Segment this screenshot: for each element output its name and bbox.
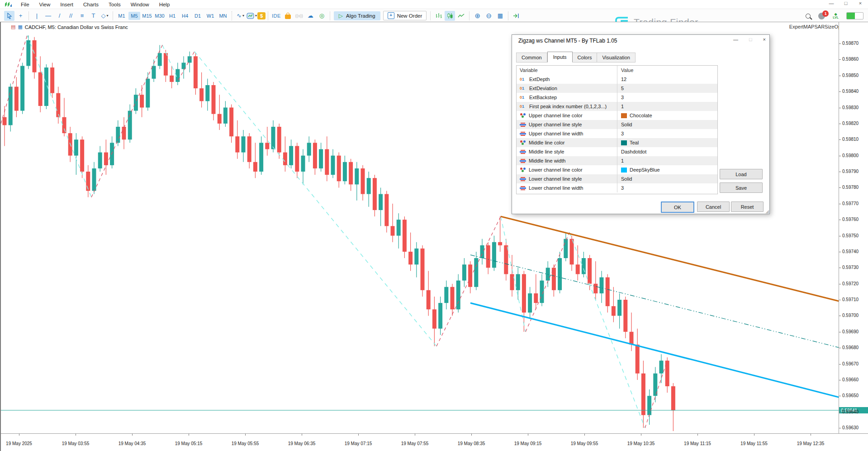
chart-shift-icon[interactable] (511, 11, 522, 21)
param-row[interactable]: Lower channel line width3 (517, 183, 717, 192)
param-row[interactable]: 01ExtDepth12 (517, 75, 717, 84)
vertical-line-tool-icon[interactable]: | (32, 11, 42, 21)
menu-item-file[interactable]: File (16, 1, 34, 8)
param-row[interactable]: Lower channel line styleSolid (517, 174, 717, 183)
tab-colors[interactable]: Colors (573, 53, 598, 62)
param-row[interactable]: Lower channel line colorDeepSkyBlue (517, 165, 717, 174)
crosshair-tool-icon[interactable]: + (15, 11, 26, 21)
price-tick (839, 284, 841, 284)
broadcast-icon[interactable]: ((o)) (294, 11, 304, 21)
time-label: 19 May 07:15 (345, 441, 372, 446)
time-tick (189, 434, 189, 436)
zoom-out-icon[interactable]: ⊖ (484, 11, 494, 21)
price-axis[interactable]: 0.59641 0.598700.598600.598500.598400.59… (839, 22, 868, 434)
search-icon[interactable] (806, 14, 811, 19)
dialog-titlebar[interactable]: Zigzag ws Channel MT5 - By TFLab 1.05 — … (512, 35, 769, 47)
time-tick (132, 434, 133, 436)
tile-windows-icon[interactable]: ▦ (495, 11, 505, 21)
price-label: 0.59630 (842, 425, 859, 430)
timeframe-m30[interactable]: M30 (154, 12, 166, 20)
community-icon[interactable]: ◎ (317, 11, 327, 21)
market-watch-dollar-icon[interactable]: $ (257, 12, 266, 19)
timeframe-m1[interactable]: M1 (116, 12, 128, 20)
price-label: 0.59760 (842, 217, 859, 222)
timeframe-h1[interactable]: H1 (166, 12, 178, 20)
line-chart-type-icon[interactable] (456, 11, 466, 21)
menu-item-insert[interactable]: Insert (55, 1, 78, 8)
dialog-close-icon[interactable]: × (763, 37, 766, 42)
timeframe-mn[interactable]: MN (217, 12, 229, 20)
cancel-button[interactable]: Cancel (697, 202, 730, 212)
candlestick-type-icon[interactable] (445, 11, 455, 21)
ide-button[interactable]: IDE (270, 13, 282, 19)
time-tick (641, 434, 641, 436)
ok-button[interactable]: OK (661, 202, 694, 213)
toolbar-separator (232, 11, 232, 20)
timeframe-m15[interactable]: M15 (141, 12, 153, 20)
lvl-icon[interactable]: ◆ LVL (833, 13, 839, 19)
param-row[interactable]: Upper channel line colorChocolate (517, 111, 717, 120)
channel-tool-icon[interactable]: // (66, 11, 76, 21)
timeframe-w1[interactable]: W1 (204, 12, 216, 20)
one-click-trading-icon[interactable]: ▦ (18, 24, 22, 30)
menu-item-help[interactable]: Help (154, 1, 175, 8)
dialog-minimize-icon[interactable]: — (733, 37, 738, 42)
fibonacci-tool-icon[interactable]: ≡ (77, 11, 87, 21)
algo-trading-button[interactable]: ▷ Algo Trading (334, 11, 380, 20)
timeframe-d1[interactable]: D1 (192, 12, 204, 20)
time-label: 19 May 04:35 (119, 441, 146, 446)
time-label: 19 May 07:55 (401, 441, 429, 446)
reset-button[interactable]: Reset (731, 202, 764, 212)
tab-visualization[interactable]: Visualization (597, 53, 636, 62)
color-swatch (621, 113, 627, 118)
shapes-tool-icon[interactable]: ◇▾ (100, 11, 110, 21)
cursor-tool-icon[interactable] (4, 11, 14, 21)
dialog-resize-grip[interactable]: ◢ (765, 209, 769, 214)
tab-common[interactable]: Common (516, 53, 547, 62)
timeframe-h4[interactable]: H4 (179, 12, 191, 20)
save-button[interactable]: Save (720, 182, 763, 193)
mt5-window: FileViewInsertChartsToolsWindowHelp — □ … (0, 0, 868, 451)
param-row[interactable]: 01First peak index number (0,1,2,3...)1 (517, 102, 717, 111)
chart-object-list-icon[interactable]: ∿▾ (235, 11, 246, 21)
new-order-button[interactable]: + New Order (383, 11, 427, 20)
price-tick (839, 268, 841, 268)
horizontal-line-tool-icon[interactable]: — (43, 11, 53, 21)
time-label: 19 May 05:55 (232, 441, 259, 446)
menu-item-charts[interactable]: Charts (78, 1, 104, 8)
param-row[interactable]: Middle line styleDashdotdot (517, 147, 717, 156)
param-row[interactable]: 01ExtDeviation5 (517, 84, 717, 93)
dialog-maximize-icon[interactable]: □ (749, 37, 752, 42)
text-tool-icon[interactable]: T (88, 11, 99, 21)
tab-inputs[interactable]: Inputs (547, 52, 573, 62)
param-row[interactable]: Middle line width1 (517, 156, 717, 165)
price-tick (839, 252, 841, 252)
window-minimize-icon[interactable]: — (828, 0, 835, 6)
window-maximize-icon[interactable]: □ (843, 0, 849, 6)
menu-item-window[interactable]: Window (126, 1, 154, 8)
market-bag-icon[interactable] (283, 11, 293, 21)
price-tick (839, 412, 841, 413)
bar-chart-type-icon[interactable] (433, 11, 444, 21)
time-axis[interactable]: 19 May 202519 May 03:5519 May 04:3519 Ma… (1, 433, 868, 451)
timeframe-m5[interactable]: M5 (128, 12, 140, 20)
line-style-param-icon (520, 122, 526, 127)
param-row[interactable]: 01ExtBackstep3 (517, 93, 717, 102)
load-button[interactable]: Load (720, 169, 763, 179)
account-icon[interactable]: 1 (818, 13, 825, 19)
param-row[interactable]: Middle line colorTeal (517, 138, 717, 147)
indicators-icon[interactable]: ▾ (247, 11, 257, 21)
connection-toggle[interactable] (846, 12, 863, 19)
param-row[interactable]: Upper channel line styleSolid (517, 120, 717, 129)
table-header-row: VariableValue (517, 66, 717, 75)
trendline-tool-icon[interactable]: / (54, 11, 65, 21)
window-close-icon[interactable]: × (857, 0, 863, 6)
menu-item-tools[interactable]: Tools (104, 1, 126, 8)
zoom-in-icon[interactable]: ⊕ (472, 11, 483, 21)
price-tick (839, 108, 841, 108)
menu-item-view[interactable]: View (34, 1, 56, 8)
param-row[interactable]: Upper channel line width3 (517, 129, 717, 138)
price-label: 0.59800 (842, 153, 859, 158)
cloud-icon[interactable]: ☁ (305, 11, 316, 21)
depth-of-market-icon[interactable]: ▤ (11, 24, 15, 30)
